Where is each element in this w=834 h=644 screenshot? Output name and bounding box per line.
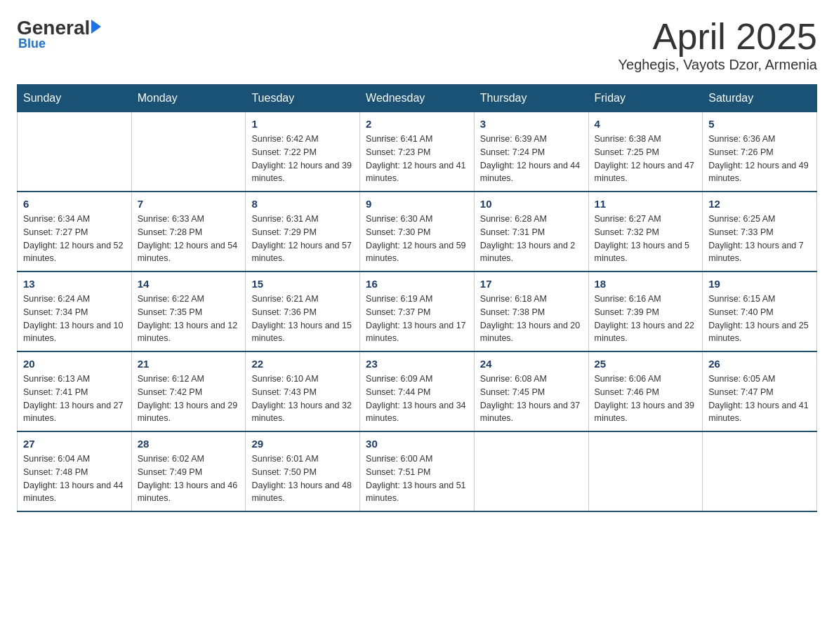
- weekday-header-monday: Monday: [131, 85, 246, 112]
- location-subtitle: Yeghegis, Vayots Dzor, Armenia: [618, 57, 818, 73]
- title-section: April 2025 Yeghegis, Vayots Dzor, Armeni…: [618, 17, 818, 73]
- day-info: Sunrise: 6:22 AMSunset: 7:35 PMDaylight:…: [138, 293, 240, 345]
- day-info: Sunrise: 6:09 AMSunset: 7:44 PMDaylight:…: [366, 373, 468, 425]
- calendar-cell: 27Sunrise: 6:04 AMSunset: 7:48 PMDayligh…: [18, 431, 132, 511]
- calendar-cell: [703, 431, 817, 511]
- weekday-header-tuesday: Tuesday: [246, 85, 360, 112]
- day-info: Sunrise: 6:16 AMSunset: 7:39 PMDaylight:…: [595, 293, 697, 345]
- calendar-cell: 23Sunrise: 6:09 AMSunset: 7:44 PMDayligh…: [360, 351, 475, 431]
- calendar-cell: 1Sunrise: 6:42 AMSunset: 7:22 PMDaylight…: [246, 112, 360, 192]
- day-number: 16: [366, 278, 468, 290]
- day-number: 1: [251, 118, 354, 130]
- day-number: 12: [708, 198, 811, 210]
- calendar-table: SundayMondayTuesdayWednesdayThursdayFrid…: [17, 84, 817, 512]
- day-info: Sunrise: 6:10 AMSunset: 7:43 PMDaylight:…: [251, 373, 354, 425]
- calendar-body: 1Sunrise: 6:42 AMSunset: 7:22 PMDaylight…: [18, 112, 817, 512]
- month-title: April 2025: [618, 17, 818, 57]
- calendar-cell: 5Sunrise: 6:36 AMSunset: 7:26 PMDaylight…: [703, 112, 817, 192]
- day-info: Sunrise: 6:04 AMSunset: 7:48 PMDaylight:…: [23, 452, 126, 505]
- day-number: 13: [23, 278, 126, 290]
- weekday-header-wednesday: Wednesday: [360, 85, 475, 112]
- calendar-week-3: 13Sunrise: 6:24 AMSunset: 7:34 PMDayligh…: [18, 271, 817, 351]
- calendar-cell: 11Sunrise: 6:27 AMSunset: 7:32 PMDayligh…: [588, 192, 703, 271]
- day-number: 2: [366, 118, 468, 130]
- calendar-cell: 4Sunrise: 6:38 AMSunset: 7:25 PMDaylight…: [588, 112, 703, 192]
- calendar-cell: 15Sunrise: 6:21 AMSunset: 7:36 PMDayligh…: [246, 271, 360, 351]
- calendar-week-4: 20Sunrise: 6:13 AMSunset: 7:41 PMDayligh…: [18, 351, 817, 431]
- calendar-cell: 26Sunrise: 6:05 AMSunset: 7:47 PMDayligh…: [703, 351, 817, 431]
- calendar-cell: [131, 112, 246, 192]
- day-info: Sunrise: 6:12 AMSunset: 7:42 PMDaylight:…: [138, 373, 240, 425]
- day-number: 22: [251, 358, 354, 370]
- calendar-header: SundayMondayTuesdayWednesdayThursdayFrid…: [18, 85, 817, 112]
- weekday-header-saturday: Saturday: [703, 85, 817, 112]
- calendar-cell: 8Sunrise: 6:31 AMSunset: 7:29 PMDaylight…: [246, 192, 360, 271]
- day-info: Sunrise: 6:33 AMSunset: 7:28 PMDaylight:…: [138, 213, 240, 265]
- day-info: Sunrise: 6:05 AMSunset: 7:47 PMDaylight:…: [708, 373, 811, 425]
- calendar-cell: 22Sunrise: 6:10 AMSunset: 7:43 PMDayligh…: [246, 351, 360, 431]
- day-number: 18: [595, 278, 697, 290]
- day-info: Sunrise: 6:08 AMSunset: 7:45 PMDaylight:…: [480, 373, 583, 425]
- calendar-cell: 7Sunrise: 6:33 AMSunset: 7:28 PMDaylight…: [131, 192, 246, 271]
- day-info: Sunrise: 6:27 AMSunset: 7:32 PMDaylight:…: [595, 213, 697, 265]
- day-number: 25: [595, 358, 697, 370]
- calendar-cell: [588, 431, 703, 511]
- calendar-cell: 14Sunrise: 6:22 AMSunset: 7:35 PMDayligh…: [131, 271, 246, 351]
- calendar-week-5: 27Sunrise: 6:04 AMSunset: 7:48 PMDayligh…: [18, 431, 817, 511]
- calendar-week-1: 1Sunrise: 6:42 AMSunset: 7:22 PMDaylight…: [18, 112, 817, 192]
- day-info: Sunrise: 6:21 AMSunset: 7:36 PMDaylight:…: [251, 293, 354, 345]
- day-number: 20: [23, 358, 126, 370]
- day-number: 6: [23, 198, 126, 210]
- calendar-cell: 6Sunrise: 6:34 AMSunset: 7:27 PMDaylight…: [18, 192, 132, 271]
- calendar-cell: 20Sunrise: 6:13 AMSunset: 7:41 PMDayligh…: [18, 351, 132, 431]
- calendar-cell: 29Sunrise: 6:01 AMSunset: 7:50 PMDayligh…: [246, 431, 360, 511]
- calendar-cell: 28Sunrise: 6:02 AMSunset: 7:49 PMDayligh…: [131, 431, 246, 511]
- day-info: Sunrise: 6:31 AMSunset: 7:29 PMDaylight:…: [251, 213, 354, 265]
- day-number: 21: [138, 358, 240, 370]
- day-info: Sunrise: 6:02 AMSunset: 7:49 PMDaylight:…: [138, 452, 240, 505]
- day-info: Sunrise: 6:30 AMSunset: 7:30 PMDaylight:…: [366, 213, 468, 265]
- day-number: 7: [138, 198, 240, 210]
- day-info: Sunrise: 6:24 AMSunset: 7:34 PMDaylight:…: [23, 293, 126, 345]
- day-number: 26: [708, 358, 811, 370]
- logo-blue: Blue: [18, 36, 46, 51]
- weekday-header-sunday: Sunday: [18, 85, 132, 112]
- day-number: 28: [138, 438, 240, 450]
- calendar-cell: 10Sunrise: 6:28 AMSunset: 7:31 PMDayligh…: [474, 192, 588, 271]
- weekday-header-thursday: Thursday: [474, 85, 588, 112]
- calendar-week-2: 6Sunrise: 6:34 AMSunset: 7:27 PMDaylight…: [18, 192, 817, 271]
- day-number: 29: [251, 438, 354, 450]
- calendar-cell: 9Sunrise: 6:30 AMSunset: 7:30 PMDaylight…: [360, 192, 475, 271]
- day-number: 19: [708, 278, 811, 290]
- logo: General Blue: [17, 17, 101, 51]
- day-info: Sunrise: 6:42 AMSunset: 7:22 PMDaylight:…: [251, 133, 354, 185]
- day-info: Sunrise: 6:01 AMSunset: 7:50 PMDaylight:…: [251, 452, 354, 505]
- day-info: Sunrise: 6:15 AMSunset: 7:40 PMDaylight:…: [708, 293, 811, 345]
- day-number: 14: [138, 278, 240, 290]
- weekday-header-friday: Friday: [588, 85, 703, 112]
- calendar-cell: 2Sunrise: 6:41 AMSunset: 7:23 PMDaylight…: [360, 112, 475, 192]
- calendar-cell: [18, 112, 132, 192]
- day-number: 4: [595, 118, 697, 130]
- day-number: 10: [480, 198, 583, 210]
- day-number: 27: [23, 438, 126, 450]
- day-info: Sunrise: 6:13 AMSunset: 7:41 PMDaylight:…: [23, 373, 126, 425]
- day-number: 3: [480, 118, 583, 130]
- day-info: Sunrise: 6:34 AMSunset: 7:27 PMDaylight:…: [23, 213, 126, 265]
- day-info: Sunrise: 6:38 AMSunset: 7:25 PMDaylight:…: [595, 133, 697, 185]
- day-number: 23: [366, 358, 468, 370]
- calendar-cell: 12Sunrise: 6:25 AMSunset: 7:33 PMDayligh…: [703, 192, 817, 271]
- calendar-cell: 16Sunrise: 6:19 AMSunset: 7:37 PMDayligh…: [360, 271, 475, 351]
- day-info: Sunrise: 6:25 AMSunset: 7:33 PMDaylight:…: [708, 213, 811, 265]
- day-number: 17: [480, 278, 583, 290]
- day-number: 9: [366, 198, 468, 210]
- calendar-cell: 3Sunrise: 6:39 AMSunset: 7:24 PMDaylight…: [474, 112, 588, 192]
- calendar-cell: 24Sunrise: 6:08 AMSunset: 7:45 PMDayligh…: [474, 351, 588, 431]
- day-number: 24: [480, 358, 583, 370]
- day-info: Sunrise: 6:39 AMSunset: 7:24 PMDaylight:…: [480, 133, 583, 185]
- day-number: 8: [251, 198, 354, 210]
- calendar-cell: 18Sunrise: 6:16 AMSunset: 7:39 PMDayligh…: [588, 271, 703, 351]
- day-info: Sunrise: 6:36 AMSunset: 7:26 PMDaylight:…: [708, 133, 811, 185]
- day-info: Sunrise: 6:28 AMSunset: 7:31 PMDaylight:…: [480, 213, 583, 265]
- calendar-cell: [474, 431, 588, 511]
